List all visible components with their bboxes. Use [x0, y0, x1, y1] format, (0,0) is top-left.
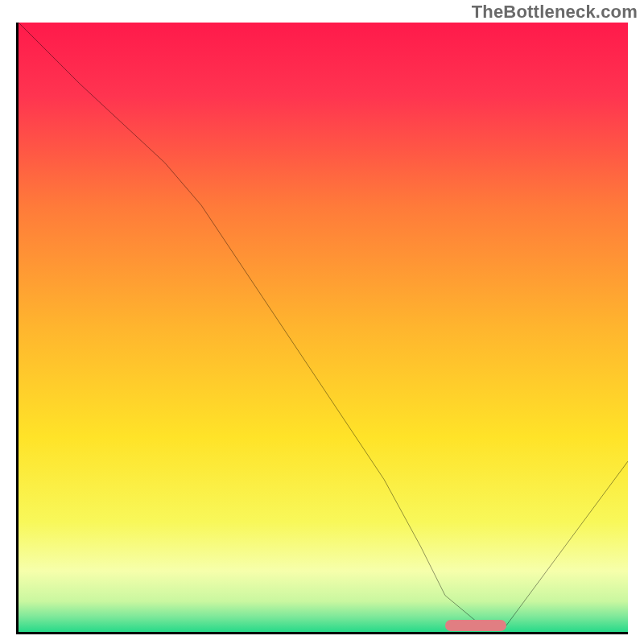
watermark-text: TheBottleneck.com	[472, 2, 638, 23]
bottleneck-curve	[19, 23, 628, 632]
plot-area	[16, 23, 628, 634]
optimal-range-marker	[445, 620, 506, 631]
chart-container: TheBottleneck.com	[0, 0, 644, 644]
